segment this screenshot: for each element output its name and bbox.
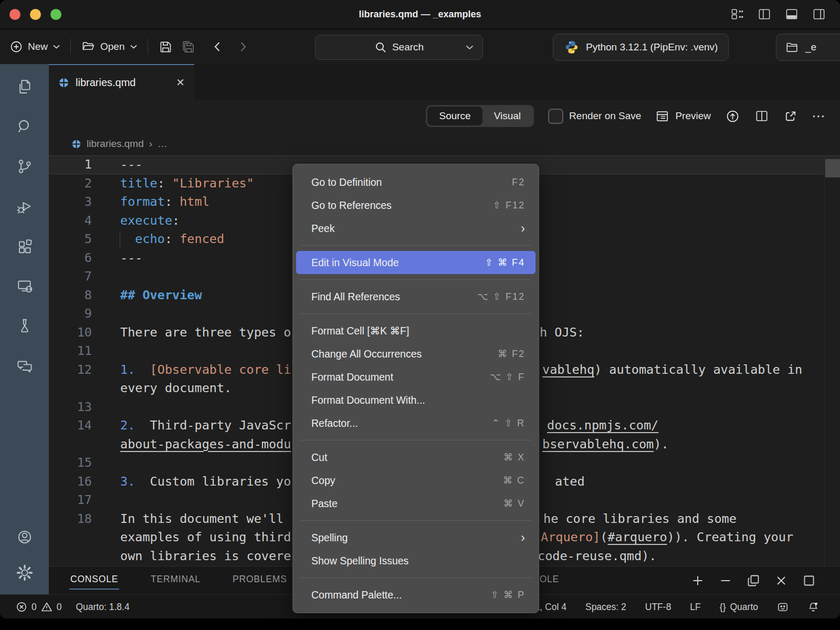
menu-item-command-palette[interactable]: Command Palette...⇧ ⌘ P [296,583,536,606]
submenu-chevron-icon: › [521,532,525,543]
breadcrumb-file[interactable]: libraries.qmd [87,138,144,150]
menu-item-copy[interactable]: Copy⌘ C [296,469,536,492]
shortcut-hint: ⌘ V [503,498,525,509]
submenu-chevron-icon: › [521,223,525,234]
search-input[interactable]: Search [315,35,483,60]
minus-icon[interactable] [719,574,732,587]
menu-item-go-to-definition[interactable]: Go to DefinitionF2 [296,171,536,194]
customize-layout-icon[interactable] [730,7,744,22]
menu-item-spelling[interactable]: Spelling› [296,526,536,549]
quarto-version-status[interactable]: Quarto: 1.8.4 [76,602,129,613]
save-icon[interactable] [158,39,173,55]
problems-status[interactable]: 0 0 [16,601,61,613]
panel-actions [691,566,816,595]
navigate-back-icon[interactable] [212,40,223,54]
menu-item-edit-in-visual-mode[interactable]: Edit in Visual Mode⇧ ⌘ F4 [296,251,536,274]
menu-separator [300,520,531,521]
breadcrumb-ellipsis[interactable]: … [158,138,167,150]
open-external-icon[interactable] [783,109,797,123]
panel-tab-console[interactable]: CONSOLE [70,574,118,585]
line-number: 2 [49,174,92,193]
quarto-file-icon [58,77,69,88]
line-number: 12 [49,361,92,380]
chevron-down-icon[interactable] [465,45,474,50]
close-panel-icon[interactable] [774,574,788,587]
error-icon [16,601,27,613]
menu-item-paste[interactable]: Paste⌘ V [296,492,536,515]
save-all-icon[interactable] [180,39,196,55]
menu-item-refactor[interactable]: Refactor...⌃ ⇧ R [296,412,536,435]
notifications-bell-icon[interactable] [807,601,819,613]
run-debug-icon[interactable] [16,197,34,215]
context-menu: Go to DefinitionF2Go to References⇧ F12P… [292,164,539,613]
plus-icon[interactable] [691,574,705,587]
panel-tab-terminal[interactable]: TERMINAL [151,574,201,585]
new-label: New [28,41,48,52]
editor-tabstrip: libraries.qmd ✕ [49,64,840,100]
menu-separator [300,313,531,314]
shortcut-hint: ⌘ F2 [498,348,525,360]
line-number: 8 [49,286,92,305]
preview-button[interactable]: Preview [655,109,711,123]
language-mode-status[interactable]: {} Quarto [720,602,758,613]
shortcut-hint: ⌘ C [503,475,525,486]
source-visual-toggle: Source Visual [426,105,534,127]
toggle-secondary-sidebar-icon[interactable] [812,7,826,22]
shortcut-hint: ⌥ ⇧ F12 [477,291,525,302]
encoding-status[interactable]: UTF-8 [645,602,671,613]
menu-item-format-document[interactable]: Format Document⌥ ⇧ F [296,365,536,388]
open-label: Open [100,41,124,52]
testing-icon[interactable] [16,317,34,335]
menu-item-format-document-with[interactable]: Format Document With... [296,388,536,412]
breadcrumb-separator-icon: › [149,138,152,150]
toggle-panel-icon[interactable] [784,7,799,22]
line-number: 6 [49,249,92,268]
line-number: 1 [49,155,92,174]
menu-item-go-to-references[interactable]: Go to References⇧ F12 [296,194,536,217]
visual-mode-button[interactable]: Visual [482,107,532,125]
panel-tab-problems[interactable]: PROBLEMS [233,574,287,585]
restore-panel-icon[interactable] [747,574,760,587]
line-number: 10 [49,323,92,342]
menu-item-peek[interactable]: Peek› [296,217,536,240]
comments-icon[interactable] [16,357,34,375]
quarto-file-icon [71,139,81,149]
indentation-status[interactable]: Spaces: 2 [585,602,626,613]
interpreter-label: Python 3.12.1 (PipEnv: .venv) [586,41,718,53]
settings-gear-icon[interactable] [16,564,34,582]
extensions-icon[interactable] [16,237,34,255]
publish-icon[interactable] [725,109,740,124]
source-control-icon[interactable] [16,158,34,175]
search-icon[interactable] [16,118,34,135]
folder-icon [785,40,799,55]
render-on-save-checkbox[interactable] [548,109,563,124]
menu-item-change-all-occurrences[interactable]: Change All Occurrences⌘ F2 [296,342,536,365]
close-tab-icon[interactable]: ✕ [176,76,185,89]
divider [70,39,71,55]
menu-item-show-spelling-issues[interactable]: Show Spelling Issues [296,549,536,572]
editor-scrollbar[interactable] [825,159,840,177]
source-mode-button[interactable]: Source [427,107,482,125]
shortcut-hint: ⌘ X [503,452,525,463]
activity-bar-bottom [16,528,34,594]
menu-item-cut[interactable]: Cut⌘ X [296,446,536,469]
explorer-icon[interactable] [16,78,34,96]
more-actions-icon[interactable]: ⋯ [812,108,826,124]
account-icon[interactable] [16,528,34,546]
feedback-smiley-icon[interactable] [777,601,789,613]
toggle-primary-sidebar-icon[interactable] [757,7,772,22]
navigate-forward-icon[interactable] [237,40,249,54]
breadcrumb[interactable]: libraries.qmd › … [49,132,840,155]
open-button[interactable]: Open [81,39,137,54]
tab-libraries-qmd[interactable]: libraries.qmd ✕ [49,64,194,100]
split-editor-icon[interactable] [754,109,769,123]
workspace-button[interactable]: _e [776,34,840,61]
interpreter-selector[interactable]: Python 3.12.1 (PipEnv: .venv) [553,34,729,61]
new-button[interactable]: New [9,40,60,54]
open-folder-icon [81,39,96,54]
eol-status[interactable]: LF [690,602,700,613]
menu-item-find-all-references[interactable]: Find All References⌥ ⇧ F12 [296,285,536,308]
maximize-panel-icon[interactable] [802,574,816,587]
remote-explorer-icon[interactable] [16,277,34,295]
menu-item-format-cell-k-f[interactable]: Format Cell [⌘K ⌘F] [296,319,536,342]
